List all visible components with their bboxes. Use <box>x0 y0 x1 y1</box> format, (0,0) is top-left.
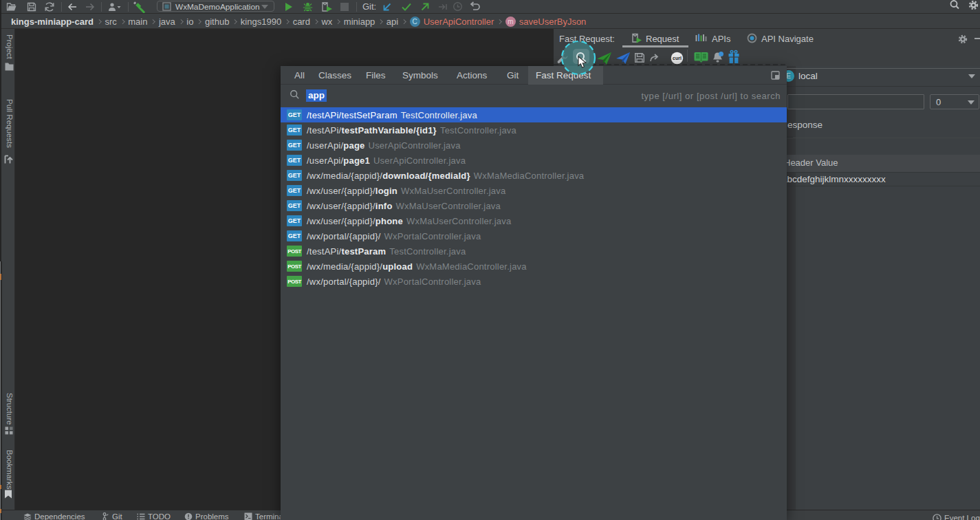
svg-text:curl: curl <box>673 56 682 61</box>
